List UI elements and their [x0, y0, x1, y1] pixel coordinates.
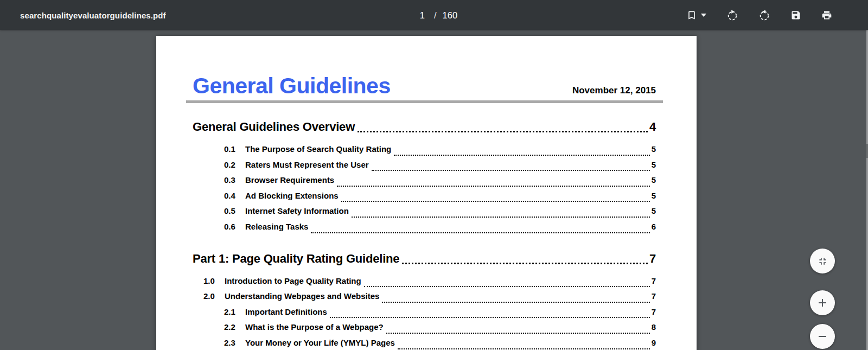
toc-entry[interactable]: 0.2 Raters Must Represent the User 5 [193, 157, 656, 173]
toc-entry-page: 8 [652, 320, 656, 335]
fit-to-page-icon [817, 256, 828, 267]
print-button[interactable] [821, 10, 832, 21]
toc-entry[interactable]: General Guidelines Overview 4 [193, 119, 656, 135]
toc-dotted-leader [358, 131, 648, 132]
document-title: General Guidelines [193, 74, 391, 98]
toc-entry-number: 0.3 [224, 173, 245, 188]
toc-entry-label: What is the Purpose of a Webpage? [245, 320, 384, 335]
toc-entry[interactable]: 0.5 Internet Safety Information 5 [193, 203, 656, 219]
pdf-canvas: General Guidelines November 12, 2015 Gen… [0, 30, 868, 350]
toc-entry[interactable]: Part 1: Page Quality Rating Guideline 7 [193, 251, 656, 267]
toc-entry-number: 0.4 [224, 188, 245, 204]
toc-entry-label: Raters Must Represent the User [245, 157, 369, 173]
toc-dotted-leader [330, 317, 650, 318]
toc-entry-page: 6 [652, 219, 656, 235]
print-icon [821, 10, 832, 21]
page-navigation: / 160 [411, 10, 457, 20]
toc-entry-page: 7 [652, 289, 656, 304]
toc-entry[interactable]: 2.0 Understanding Webpages and Websites … [193, 289, 656, 304]
toc-entry-number: 1.0 [203, 273, 225, 289]
toc-entry-label: Internet Safety Information [245, 203, 349, 219]
toc-entry-label: Important Definitions [245, 304, 327, 320]
title-underline [186, 100, 663, 103]
document-filename: searchqualityevaluatorguidelines.pdf [20, 10, 166, 20]
toc-entry-label: The Purpose of Search Quality Rating [245, 142, 391, 157]
toc-dotted-leader [382, 302, 649, 303]
rotate-counterclockwise-button[interactable] [758, 9, 770, 21]
table-of-contents: General Guidelines Overview 4 0.1 The Pu… [156, 119, 697, 350]
toc-entry[interactable]: 0.4 Ad Blocking Extensions 5 [193, 188, 656, 204]
toc-entry-label: Understanding Webpages and Websites [225, 289, 379, 304]
toc-entry-label: Part 1: Page Quality Rating Guideline [193, 251, 399, 267]
document-date: November 12, 2015 [572, 85, 656, 96]
toc-entry-page: 5 [652, 203, 656, 219]
zoom-in-button[interactable] [810, 290, 835, 315]
toc-dotted-leader [352, 217, 650, 218]
toc-entry-page: 5 [652, 142, 656, 157]
rotate-clockwise-icon [726, 9, 738, 21]
toc-dotted-leader [398, 348, 650, 349]
toc-entry-page: 7 [652, 304, 656, 320]
rotate-counterclockwise-icon [758, 9, 770, 21]
save-icon [790, 10, 801, 21]
minus-icon [816, 330, 828, 342]
toc-dotted-leader [311, 232, 649, 233]
page-number-input[interactable] [411, 10, 425, 20]
toc-entry-page: 7 [652, 273, 656, 289]
rotate-clockwise-button[interactable] [726, 9, 738, 21]
bookmark-icon [686, 10, 697, 21]
toc-entry[interactable]: 2.2 What is the Purpose of a Webpage? 8 [193, 320, 656, 335]
caret-down-icon [701, 14, 706, 17]
pdf-viewer-toolbar: searchqualityevaluatorguidelines.pdf / 1… [0, 0, 868, 30]
plus-icon [816, 297, 828, 309]
toc-entry[interactable]: 0.1 The Purpose of Search Quality Rating… [193, 142, 656, 157]
toc-entry-page: 4 [649, 119, 656, 135]
toc-entry-page: 5 [652, 173, 656, 188]
toc-entry-number: 0.2 [224, 157, 245, 173]
document-header: General Guidelines November 12, 2015 [156, 74, 697, 98]
save-button[interactable] [790, 10, 801, 21]
bookmarks-menu-button[interactable] [686, 10, 706, 21]
page-total-count: 160 [443, 10, 458, 20]
toc-dotted-leader [386, 333, 650, 334]
toc-entry-label: Ad Blocking Extensions [245, 188, 339, 204]
toc-dotted-leader [337, 186, 649, 187]
toc-entry-number: 2.0 [203, 289, 225, 304]
toc-dotted-leader [341, 201, 650, 202]
toc-entry-number: 2.2 [224, 320, 245, 335]
toc-entry-number: 2.1 [224, 304, 245, 320]
toc-entry-label: Introduction to Page Quality Rating [225, 273, 361, 289]
toc-entry-page: 7 [649, 251, 656, 267]
pdf-page: General Guidelines November 12, 2015 Gen… [156, 36, 697, 350]
toc-entry-label: Your Money or Your Life (YMYL) Pages [245, 335, 395, 350]
toolbar-actions [686, 9, 832, 21]
toc-dotted-leader [372, 170, 650, 171]
toc-entry[interactable]: 0.3 Browser Requirements 5 [193, 173, 656, 188]
toc-entry-label: Releasing Tasks [245, 219, 308, 235]
toc-entry-page: 5 [652, 157, 656, 173]
fit-to-page-button[interactable] [810, 249, 835, 273]
toc-entry[interactable]: 2.1 Important Definitions 7 [193, 304, 656, 320]
toc-entry-number: 2.3 [224, 335, 245, 350]
toc-entry-number: 0.1 [224, 142, 245, 157]
toc-entry-label: General Guidelines Overview [193, 119, 355, 135]
toc-dotted-leader [394, 155, 649, 156]
toc-entry[interactable]: 2.3 Your Money or Your Life (YMYL) Pages… [193, 335, 656, 350]
toc-entry-number: 0.6 [224, 219, 245, 235]
toc-entry-label: Browser Requirements [245, 173, 334, 188]
toc-entry[interactable]: 0.6 Releasing Tasks 6 [193, 219, 656, 235]
toc-entry-page: 5 [652, 188, 656, 204]
page-separator: / [434, 10, 437, 20]
toc-entry-number: 0.5 [224, 203, 245, 219]
zoom-out-button[interactable] [810, 324, 835, 349]
toc-entry-page: 9 [652, 335, 656, 350]
toc-entry[interactable]: 1.0 Introduction to Page Quality Rating … [193, 273, 656, 289]
toc-dotted-leader [402, 263, 648, 264]
toc-dotted-leader [364, 286, 650, 287]
